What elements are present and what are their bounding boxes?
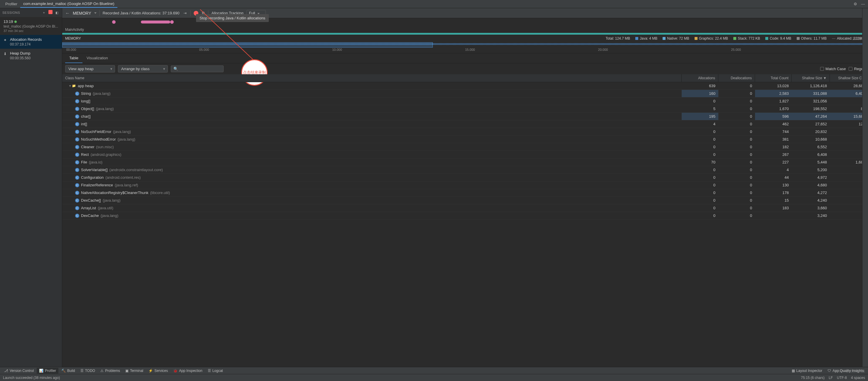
class-icon: C bbox=[75, 199, 79, 203]
class-icon: C bbox=[75, 183, 79, 187]
arrange-dropdown[interactable]: Arrange by class bbox=[118, 65, 168, 72]
branch-icon: ⎇ bbox=[4, 369, 8, 373]
back-arrow-icon[interactable]: ← bbox=[65, 10, 70, 16]
class-icon: C bbox=[75, 214, 79, 218]
match-case-checkbox[interactable]: Match Case bbox=[820, 67, 846, 71]
activity-timeline-bar bbox=[62, 33, 868, 35]
build-button[interactable]: 🔨Build bbox=[59, 368, 78, 374]
table-row[interactable]: ▾ 📁app heap639013,0281,126,41828,688 bbox=[62, 82, 868, 90]
bottom-tool-bar: ⎇Version Control 📊Profiler 🔨Build ☰TODO … bbox=[0, 367, 868, 374]
class-icon: C bbox=[75, 99, 79, 103]
table-row[interactable]: CNativeAllocationRegistry$CleanerThunk (… bbox=[62, 189, 868, 197]
record-session-icon[interactable] bbox=[49, 10, 53, 14]
fit-icon[interactable]: ⇥ bbox=[182, 10, 187, 16]
event-dot-icon bbox=[112, 20, 116, 24]
table-row[interactable]: Cchar[] 195059647,26415,680 bbox=[62, 113, 868, 120]
table-row[interactable]: CCleaner (sun.misc)001826,5520 bbox=[62, 143, 868, 151]
encoding[interactable]: UTF-8 bbox=[837, 376, 847, 380]
table-row[interactable]: CFinalizerReference (java.lang.ref)00130… bbox=[62, 181, 868, 189]
services-icon: ⚡ bbox=[149, 369, 153, 373]
indent[interactable]: 4 spaces bbox=[851, 376, 865, 380]
selection-range[interactable] bbox=[62, 42, 433, 48]
add-session-icon[interactable]: + bbox=[41, 10, 46, 15]
table-row[interactable]: CNoSuchMethodError (java.lang)0038110,66… bbox=[62, 136, 868, 143]
app-inspection-button[interactable]: 🐞App Inspection bbox=[171, 368, 205, 374]
line-ending[interactable]: LF bbox=[829, 376, 833, 380]
tab-table[interactable]: Table bbox=[65, 53, 83, 63]
sessions-label: SESSIONS bbox=[2, 11, 20, 14]
class-icon: C bbox=[75, 92, 79, 96]
profiler-button[interactable]: 📊Profiler bbox=[37, 368, 58, 374]
table-row[interactable]: CConfiguration (android.content.res)0044… bbox=[62, 174, 868, 181]
log-icon: ☰ bbox=[208, 369, 211, 373]
search-field[interactable] bbox=[180, 67, 221, 71]
allocations-table[interactable]: Class Name Allocations Deallocations Tot… bbox=[62, 74, 868, 367]
class-icon: C bbox=[75, 145, 79, 149]
col-shallow-size[interactable]: Shallow Size ▼ bbox=[792, 74, 830, 82]
allocation-records-item[interactable]: ✦ Allocation Records 00:37:19.174 bbox=[0, 35, 62, 49]
col-class-name[interactable]: Class Name bbox=[62, 74, 682, 82]
gear-icon[interactable]: ⚙ bbox=[853, 1, 858, 7]
table-row[interactable]: CFile (java.io)7002275,4481,680 bbox=[62, 158, 868, 166]
terminal-icon: ▣ bbox=[125, 369, 128, 373]
session-name: test_malloc (Google AOSP On Bl... bbox=[3, 24, 58, 28]
heap-dump-item[interactable]: ⬇ Heap Dump 00:00:35.560 bbox=[0, 49, 62, 62]
class-icon: C bbox=[75, 115, 79, 119]
watermark: CSDN @女仔有人追 bbox=[836, 369, 865, 373]
table-row[interactable]: CArrayList (java.util)001833,6600 bbox=[62, 204, 868, 212]
heap-filter-dropdown[interactable]: View app heap bbox=[65, 65, 115, 72]
session-duration: 37 min 34 sec bbox=[3, 29, 58, 33]
right-tool-gutter[interactable] bbox=[862, 8, 868, 367]
status-dot-icon bbox=[14, 21, 17, 23]
minimize-icon[interactable]: — bbox=[860, 1, 866, 7]
col-total-count[interactable]: Total Count bbox=[755, 74, 792, 82]
logcat-button[interactable]: ☰Logcat bbox=[206, 368, 225, 374]
search-icon: 🔍 bbox=[174, 67, 178, 71]
version-control-button[interactable]: ⎇Version Control bbox=[2, 368, 36, 374]
table-row[interactable]: CDexCache (java.lang)003,2400 bbox=[62, 212, 868, 219]
session-item[interactable]: 13:19 test_malloc (Google AOSP On Bl... … bbox=[0, 17, 62, 35]
search-input[interactable]: 🔍 bbox=[171, 65, 224, 72]
event-dot-icon bbox=[170, 20, 174, 24]
tab-visualization[interactable]: Visualization bbox=[83, 53, 112, 63]
memory-dropdown[interactable]: MEMORY bbox=[73, 11, 97, 16]
status-message: Launch succeeded (38 minutes ago) bbox=[3, 376, 60, 380]
class-icon: C bbox=[75, 130, 79, 134]
class-icon: C bbox=[75, 206, 79, 210]
profiler-tab[interactable]: Profiler bbox=[2, 1, 20, 7]
class-icon: C bbox=[75, 107, 79, 111]
stop-recording-tooltip: Stop recording Java / Kotlin allocations bbox=[196, 14, 269, 22]
cursor-position[interactable]: 75:15 (6 chars) bbox=[801, 376, 825, 380]
table-row[interactable]: Cint[] 4046227,652128 bbox=[62, 120, 868, 128]
shield-icon: 🛡 bbox=[828, 369, 831, 373]
session-time: 13:19 bbox=[3, 19, 13, 24]
allocation-icon: ✦ bbox=[3, 38, 8, 42]
class-icon: C bbox=[75, 122, 79, 126]
timeline[interactable]: MainActivity MEMORY Total: 124.7 MB Java… bbox=[62, 18, 868, 53]
col-deallocations[interactable]: Deallocations bbox=[718, 74, 755, 82]
table-row[interactable]: CDexCache[] (java.lang)00154,2400 bbox=[62, 197, 868, 204]
dock-icon[interactable]: ◧ bbox=[54, 10, 60, 15]
profiler-icon: 📊 bbox=[39, 369, 43, 373]
hammer-icon: 🔨 bbox=[61, 369, 66, 373]
class-icon: C bbox=[75, 137, 79, 142]
problems-button[interactable]: ⚠Problems bbox=[98, 368, 122, 374]
table-row[interactable]: CObject[] (java.lang)501,670198,55280 bbox=[62, 105, 868, 113]
class-icon: C bbox=[75, 153, 79, 157]
class-icon: C bbox=[75, 191, 79, 195]
table-row[interactable]: CString (java.lang)16002,583331,0886,400 bbox=[62, 90, 868, 97]
services-button[interactable]: ⚡Services bbox=[146, 368, 170, 374]
table-row[interactable]: CSolverVariable[] (androidx.constraintla… bbox=[62, 166, 868, 174]
layout-inspector-button[interactable]: ▦Layout Inspector bbox=[789, 368, 825, 374]
class-icon: C bbox=[75, 168, 79, 172]
todo-button[interactable]: ☰TODO bbox=[78, 368, 97, 374]
layout-icon: ▦ bbox=[792, 369, 795, 373]
table-row[interactable]: Clong[] 001,827321,0560 bbox=[62, 97, 868, 105]
table-row[interactable]: CNoSuchFieldError (java.lang)0074420,832… bbox=[62, 128, 868, 136]
memory-toolbar: ← MEMORY Recorded Java / Kotlin Allocati… bbox=[62, 8, 868, 18]
terminal-button[interactable]: ▣Terminal bbox=[123, 368, 146, 374]
app-tab[interactable]: com.example.test_malloc (Google AOSP On … bbox=[20, 0, 117, 8]
folder-icon: ▾ 📁 bbox=[69, 84, 76, 88]
col-allocations[interactable]: Allocations bbox=[682, 74, 718, 82]
table-row[interactable]: CRect (android.graphics)002676,4080 bbox=[62, 151, 868, 158]
